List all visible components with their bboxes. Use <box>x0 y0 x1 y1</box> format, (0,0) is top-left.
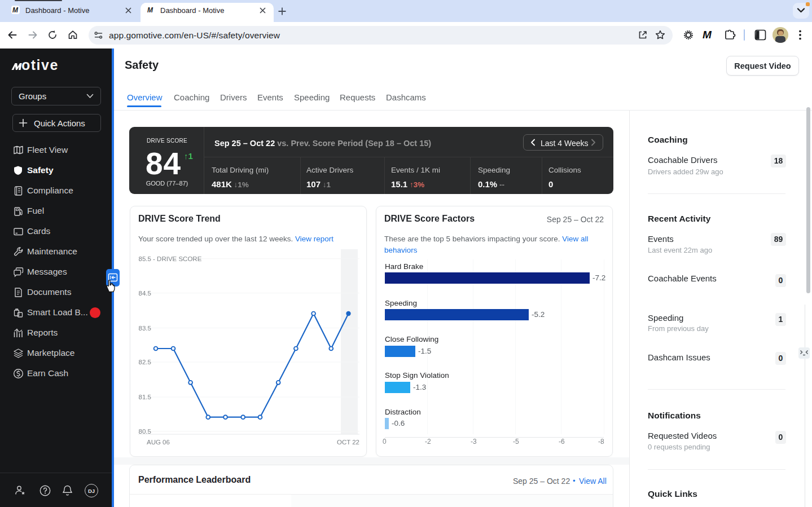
svg-text:81.5: 81.5 <box>139 394 151 400</box>
svg-text:OCT 22: OCT 22 <box>337 439 359 446</box>
svg-text:AUG 06: AUG 06 <box>147 439 170 446</box>
svg-text:82.5: 82.5 <box>139 359 151 365</box>
svg-text:83.5: 83.5 <box>139 325 151 332</box>
svg-text:85.5 - DRIVE SCORE: 85.5 - DRIVE SCORE <box>139 255 202 262</box>
svg-text:84.5: 84.5 <box>139 290 151 297</box>
svg-text:80.5: 80.5 <box>139 428 151 435</box>
